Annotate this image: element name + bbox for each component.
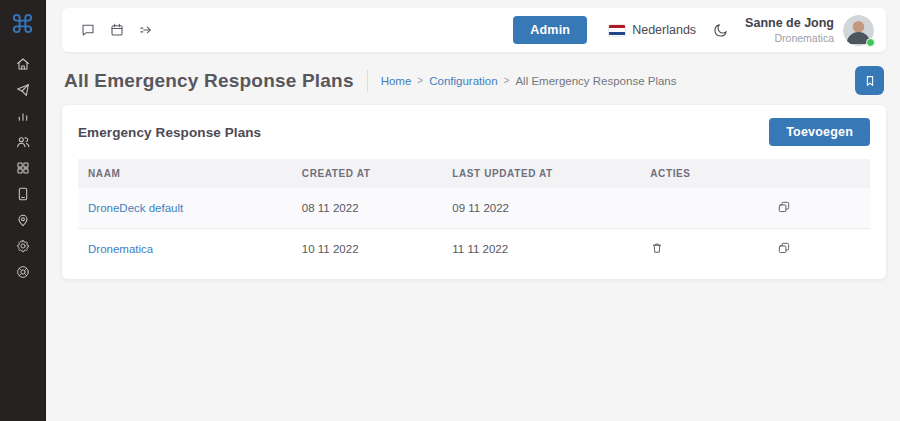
breadcrumb-home[interactable]: Home [381,75,412,87]
title-divider [367,70,368,92]
map-pin-icon[interactable] [0,207,46,233]
plans-card: Emergency Response Plans Toevoegen Naam … [62,105,886,279]
last-updated-cell: 11 11 2022 [442,229,640,270]
plan-name-link[interactable]: DroneDeck default [88,202,183,214]
netherlands-flag [609,25,625,36]
users-icon[interactable] [0,129,46,155]
table-row: DroneDeck default 08 11 2022 09 11 2022 [78,188,870,229]
breadcrumb-current: All Emergency Response Plans [515,75,676,87]
plans-table: Naam Created at Last updated at Acties D… [78,159,870,269]
tablet-icon[interactable] [0,181,46,207]
send-icon[interactable] [0,77,46,103]
page-title: All Emergency Response Plans [64,70,354,92]
calendar-icon[interactable] [109,22,125,38]
bookmark-button[interactable] [855,66,884,95]
breadcrumb-separator: > [504,75,510,86]
online-status-dot [866,38,875,47]
grid-icon[interactable] [0,155,46,181]
copy-icon[interactable] [777,200,791,214]
topbar: Admin Nederlands Sanne de Jong Dronemati… [62,8,886,52]
column-header-naam: Naam [78,159,292,188]
column-header-acties: Acties [640,159,767,188]
user-org: Dronematica [745,32,834,45]
main-area: Admin Nederlands Sanne de Jong Dronemati… [46,0,900,421]
droneDeck-logo-icon[interactable] [11,12,34,35]
last-updated-cell: 09 11 2022 [442,188,640,229]
title-row: All Emergency Response Plans Home > Conf… [64,65,884,96]
user-name: Sanne de Jong [745,16,834,32]
plan-name-link[interactable]: Dronematica [88,243,153,255]
support-ring-icon[interactable] [0,259,46,285]
home-icon[interactable] [0,51,46,77]
trash-icon[interactable] [650,241,664,255]
admin-button[interactable]: Admin [513,16,587,44]
add-plan-button[interactable]: Toevoegen [769,118,870,146]
table-body: DroneDeck default 08 11 2022 09 11 2022 … [78,188,870,269]
gear-icon[interactable] [0,233,46,259]
language-label: Nederlands [632,23,696,37]
bar-chart-icon[interactable] [0,103,46,129]
language-selector[interactable]: Nederlands [609,23,696,37]
table-row: Dronematica 10 11 2022 11 11 2022 [78,229,870,270]
created-at-cell: 10 11 2022 [292,229,442,270]
table-header-row: Naam Created at Last updated at Acties [78,159,870,188]
column-header-blank [767,159,870,188]
moon-icon[interactable] [712,22,729,39]
sidebar [0,0,46,421]
wind-arrow-icon[interactable] [138,22,154,38]
column-header-last-updated-at: Last updated at [442,159,640,188]
user-menu[interactable]: Sanne de Jong Dronematica [745,15,874,46]
card-title: Emergency Response Plans [78,125,261,140]
created-at-cell: 08 11 2022 [292,188,442,229]
copy-icon[interactable] [777,241,791,255]
breadcrumb: Home > Configuration > All Emergency Res… [381,75,677,87]
breadcrumb-separator: > [417,75,423,86]
chat-icon[interactable] [80,22,96,38]
column-header-created-at: Created at [292,159,442,188]
breadcrumb-configuration[interactable]: Configuration [429,75,497,87]
